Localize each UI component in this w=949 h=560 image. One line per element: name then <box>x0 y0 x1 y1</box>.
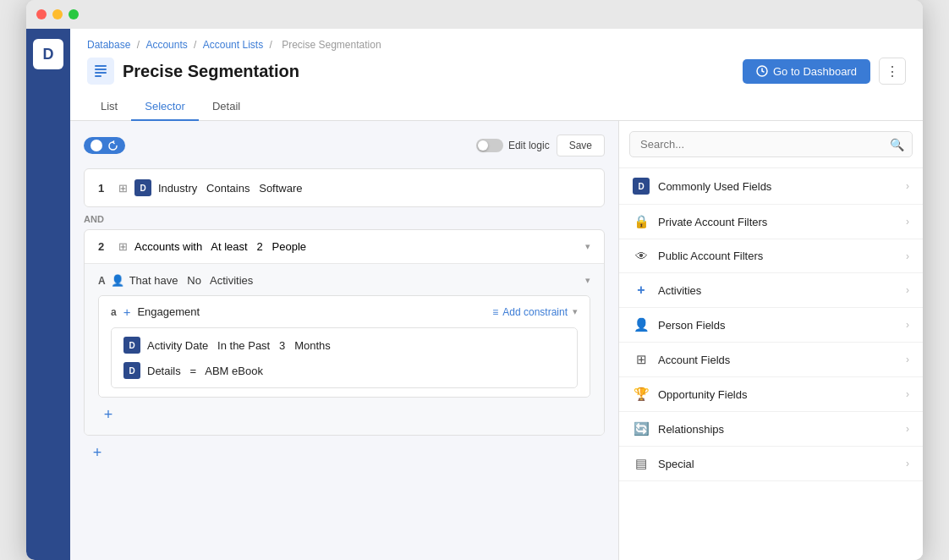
chevron-private: › <box>906 216 909 228</box>
constraint-d-icon-1: D <box>123 337 140 354</box>
breadcrumb: Database / Accounts / Account Lists / Pr… <box>87 39 906 51</box>
minimize-dot[interactable] <box>52 9 63 19</box>
constraint-2-text: Details = ABM eBook <box>147 365 263 377</box>
engagement-chevron[interactable]: ▾ <box>573 306 578 317</box>
svg-rect-2 <box>95 72 107 74</box>
and-label: AND <box>84 214 605 224</box>
filter-relationships[interactable]: 🔄 Relationships › <box>619 412 923 447</box>
edit-logic-toggle[interactable]: Edit logic <box>476 139 550 152</box>
tabs: List Selector Detail <box>87 93 906 120</box>
left-panel: Edit logic Save 1 ⊞ D Industry Con <box>70 121 618 560</box>
breadcrumb-accounts[interactable]: Accounts <box>145 39 187 51</box>
add-constraint-button[interactable]: ≡ Add constraint <box>492 306 568 318</box>
activities-icon: + <box>633 283 650 298</box>
page-icon <box>87 58 114 85</box>
filter-list: D Commonly Used Fields › 🔒 Private Accou… <box>619 168 923 560</box>
chevron-activities: › <box>906 284 909 296</box>
close-dot[interactable] <box>36 9 47 19</box>
chevron-relationships: › <box>906 423 909 435</box>
chevron-special: › <box>906 458 909 469</box>
add-rule-button[interactable]: + <box>87 442 107 463</box>
rule-1-text: Industry Contains Software <box>158 182 303 195</box>
chevron-person-fields: › <box>906 319 909 331</box>
maximize-dot[interactable] <box>69 9 79 19</box>
opportunity-icon: 🏆 <box>633 387 650 402</box>
page-title: Precise Segmentation <box>123 62 299 81</box>
filter-special-label: Special <box>658 458 694 470</box>
add-sub-rule-button[interactable]: + <box>98 404 118 425</box>
filter-icon-small: ≡ <box>492 306 498 318</box>
right-panel: 🔍 D Commonly Used Fields › <box>618 121 923 560</box>
page-title-row: Precise Segmentation Go to Dashboard ⋮ <box>87 58 906 85</box>
tab-list[interactable]: List <box>87 93 131 121</box>
filter-person-fields-label: Person Fields <box>658 319 725 332</box>
tab-detail[interactable]: Detail <box>199 93 254 121</box>
sub-chevron[interactable]: ▾ <box>585 275 590 286</box>
engagement-label: Engagement <box>137 305 200 318</box>
search-box: 🔍 <box>619 121 923 168</box>
filter-person-fields[interactable]: 👤 Person Fields › <box>619 308 923 343</box>
breadcrumb-database[interactable]: Database <box>87 39 130 51</box>
filter-private-label: Private Account Filters <box>658 216 767 228</box>
toggle-pill[interactable] <box>84 137 125 154</box>
filter-relationships-label: Relationships <box>658 423 724 436</box>
toolbar-row: Edit logic Save <box>84 135 605 156</box>
rule-1-num: 1 <box>98 182 112 195</box>
constraints-list: D Activity Date In the Past 3 Months D D… <box>111 327 578 388</box>
filter-commonly-used[interactable]: D Commonly Used Fields › <box>619 168 923 205</box>
refresh-icon <box>107 140 118 151</box>
content-area: Edit logic Save 1 ⊞ D Industry Con <box>70 121 923 560</box>
sub-rule-letter: A <box>98 275 106 287</box>
filter-opportunity-fields-label: Opportunity Fields <box>658 388 748 401</box>
breadcrumb-account-lists[interactable]: Account Lists <box>203 39 263 51</box>
filter-opportunity-fields[interactable]: 🏆 Opportunity Fields › <box>619 377 923 412</box>
relationships-icon: 🔄 <box>633 421 650 436</box>
special-icon: ▤ <box>633 456 650 471</box>
svg-rect-3 <box>95 75 101 77</box>
rule-1-block: 1 ⊞ D Industry Contains Software <box>84 168 605 207</box>
engagement-letter: a <box>111 306 117 318</box>
svg-rect-1 <box>95 69 107 70</box>
eye-icon: 👁 <box>633 249 650 263</box>
filter-public[interactable]: 👁 Public Account Filters › <box>619 239 923 273</box>
filter-activities[interactable]: + Activities › <box>619 273 923 308</box>
svg-rect-0 <box>95 65 107 67</box>
sub-rule-text: That have No Activities <box>129 274 254 287</box>
top-header: Database / Accounts / Account Lists / Pr… <box>70 29 923 121</box>
dashboard-button[interactable]: Go to Dashboard <box>743 59 870 84</box>
rule-2-block: 2 ⊞ Accounts with At least 2 People ▾ A <box>84 229 605 436</box>
grid-icon-1: ⊞ <box>118 182 128 195</box>
filter-private[interactable]: 🔒 Private Account Filters › <box>619 205 923 239</box>
title-bar <box>26 0 923 29</box>
person-fields-icon: 👤 <box>633 317 650 332</box>
filter-special[interactable]: ▤ Special › <box>619 447 923 481</box>
constraint-1: D Activity Date In the Past 3 Months <box>123 337 565 354</box>
more-options-button[interactable]: ⋮ <box>879 58 906 85</box>
constraint-d-icon-2: D <box>123 362 140 379</box>
engagement-plus-icon: + <box>123 305 131 319</box>
constraint-1-text: Activity Date In the Past 3 Months <box>147 339 331 352</box>
app-body: D Database / Accounts / Account Lists / … <box>26 29 923 560</box>
commonly-used-icon: D <box>633 178 650 195</box>
app-window: D Database / Accounts / Account Lists / … <box>26 0 923 560</box>
main-content: Database / Accounts / Account Lists / Pr… <box>70 29 923 560</box>
chevron-commonly-used: › <box>906 180 909 192</box>
chevron-opportunity-fields: › <box>906 388 909 400</box>
tab-selector[interactable]: Selector <box>131 93 199 121</box>
save-button[interactable]: Save <box>557 135 605 156</box>
filter-commonly-used-label: Commonly Used Fields <box>658 180 771 193</box>
filter-account-fields-label: Account Fields <box>658 354 730 366</box>
rule-2-num: 2 <box>98 240 112 253</box>
filter-activities-label: Activities <box>658 284 701 297</box>
search-input[interactable] <box>629 131 913 157</box>
rule-2-chevron[interactable]: ▾ <box>585 241 590 252</box>
chevron-public: › <box>906 250 909 262</box>
filter-account-fields[interactable]: ⊞ Account Fields › <box>619 343 923 377</box>
grid-icon-2: ⊞ <box>118 240 128 253</box>
engagement-block: a + Engagement ≡ Add constraint <box>98 295 590 398</box>
sidebar: D <box>26 29 70 560</box>
sub-block: A 👤 That have No Activities ▾ <box>85 263 604 435</box>
chevron-account-fields: › <box>906 354 909 365</box>
d-icon-1: D <box>134 179 151 196</box>
constraint-2: D Details = ABM eBook <box>123 362 565 379</box>
